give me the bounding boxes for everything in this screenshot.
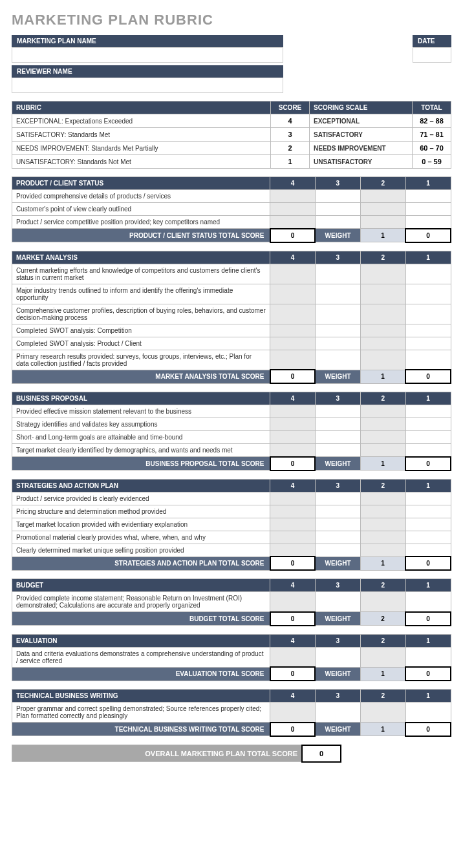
section-table: MARKET ANALYSIS4321 Current marketing ef…: [12, 251, 451, 385]
score-cell-1[interactable]: [405, 284, 451, 304]
score-cell-4[interactable]: [270, 505, 316, 518]
score-cell-4[interactable]: [270, 544, 316, 556]
score-cell-1[interactable]: [405, 703, 451, 723]
score-cell-3[interactable]: [315, 531, 360, 544]
score-cell-1[interactable]: [405, 216, 451, 229]
score-cell-1[interactable]: [405, 544, 451, 556]
score-cell-4[interactable]: [270, 284, 316, 304]
score-cell-3[interactable]: [315, 284, 360, 304]
score-cell-4[interactable]: [270, 350, 316, 370]
date-input[interactable]: [413, 47, 451, 63]
score-cell-1[interactable]: [405, 264, 451, 284]
score-cell-1[interactable]: [405, 203, 451, 216]
score-cell-3[interactable]: [315, 337, 360, 350]
weight-value[interactable]: 2: [360, 612, 405, 626]
score-cell-3[interactable]: [315, 350, 360, 370]
plan-name-input[interactable]: [12, 47, 283, 63]
weight-value[interactable]: 1: [360, 229, 405, 242]
score-cell-2[interactable]: [360, 216, 405, 229]
score-cell-2[interactable]: [360, 304, 405, 324]
criterion-row: Completed SWOT analysis: Competition: [12, 324, 451, 337]
score-cell-3[interactable]: [315, 444, 360, 457]
score-cell-1[interactable]: [405, 350, 451, 370]
score-cell-4[interactable]: [270, 418, 316, 431]
score-cell-3[interactable]: [315, 431, 360, 444]
score-cell-3[interactable]: [315, 703, 360, 723]
section-score: 0: [270, 556, 316, 570]
weight-label: WEIGHT: [315, 723, 360, 736]
score-cell-3[interactable]: [315, 592, 360, 612]
score-cell-3[interactable]: [315, 492, 360, 505]
weight-value[interactable]: 1: [360, 457, 405, 471]
score-cell-4[interactable]: [270, 324, 316, 337]
reviewer-input[interactable]: [12, 78, 283, 93]
score-cell-3[interactable]: [315, 304, 360, 324]
score-cell-3[interactable]: [315, 518, 360, 531]
score-cell-4[interactable]: [270, 492, 316, 505]
score-cell-2[interactable]: [360, 531, 405, 544]
weight-value[interactable]: 1: [360, 556, 405, 570]
score-cell-4[interactable]: [270, 431, 316, 444]
score-cell-1[interactable]: [405, 531, 451, 544]
score-cell-2[interactable]: [360, 444, 405, 457]
score-cell-2[interactable]: [360, 505, 405, 518]
score-cell-1[interactable]: [405, 431, 451, 444]
score-cell-1[interactable]: [405, 444, 451, 457]
score-cell-3[interactable]: [315, 190, 360, 203]
score-cell-1[interactable]: [405, 337, 451, 350]
score-cell-4[interactable]: [270, 647, 316, 667]
score-cell-3[interactable]: [315, 418, 360, 431]
score-cell-4[interactable]: [270, 531, 316, 544]
score-cell-2[interactable]: [360, 431, 405, 444]
score-cell-3[interactable]: [315, 216, 360, 229]
weight-value[interactable]: 1: [360, 723, 405, 736]
score-cell-3[interactable]: [315, 264, 360, 284]
score-cell-2[interactable]: [360, 418, 405, 431]
score-cell-1[interactable]: [405, 492, 451, 505]
score-cell-1[interactable]: [405, 592, 451, 612]
score-cell-1[interactable]: [405, 324, 451, 337]
score-cell-4[interactable]: [270, 405, 316, 418]
score-cell-3[interactable]: [315, 505, 360, 518]
score-cell-2[interactable]: [360, 324, 405, 337]
score-cell-2[interactable]: [360, 405, 405, 418]
score-cell-3[interactable]: [315, 203, 360, 216]
weight-label: WEIGHT: [315, 457, 360, 471]
score-cell-4[interactable]: [270, 703, 316, 723]
score-cell-2[interactable]: [360, 647, 405, 667]
rubric-total: 82 – 88: [413, 114, 451, 128]
score-cell-2[interactable]: [360, 264, 405, 284]
score-cell-4[interactable]: [270, 444, 316, 457]
score-cell-2[interactable]: [360, 337, 405, 350]
score-cell-4[interactable]: [270, 304, 316, 324]
score-cell-4[interactable]: [270, 518, 316, 531]
weight-value[interactable]: 1: [360, 370, 405, 383]
score-cell-1[interactable]: [405, 518, 451, 531]
score-cell-2[interactable]: [360, 703, 405, 723]
score-cell-1[interactable]: [405, 418, 451, 431]
score-cell-2[interactable]: [360, 544, 405, 556]
score-cell-3[interactable]: [315, 405, 360, 418]
score-cell-2[interactable]: [360, 284, 405, 304]
score-cell-2[interactable]: [360, 592, 405, 612]
score-cell-2[interactable]: [360, 190, 405, 203]
score-cell-4[interactable]: [270, 190, 316, 203]
score-cell-3[interactable]: [315, 544, 360, 556]
score-cell-4[interactable]: [270, 592, 316, 612]
score-cell-1[interactable]: [405, 190, 451, 203]
score-cell-4[interactable]: [270, 337, 316, 350]
score-cell-1[interactable]: [405, 647, 451, 667]
weight-value[interactable]: 1: [360, 667, 405, 681]
score-cell-3[interactable]: [315, 324, 360, 337]
score-cell-1[interactable]: [405, 304, 451, 324]
score-cell-2[interactable]: [360, 350, 405, 370]
score-cell-4[interactable]: [270, 203, 316, 216]
score-cell-1[interactable]: [405, 405, 451, 418]
score-cell-1[interactable]: [405, 505, 451, 518]
score-cell-4[interactable]: [270, 216, 316, 229]
score-cell-2[interactable]: [360, 203, 405, 216]
score-cell-2[interactable]: [360, 492, 405, 505]
score-cell-2[interactable]: [360, 518, 405, 531]
score-cell-3[interactable]: [315, 647, 360, 667]
score-cell-4[interactable]: [270, 264, 316, 284]
